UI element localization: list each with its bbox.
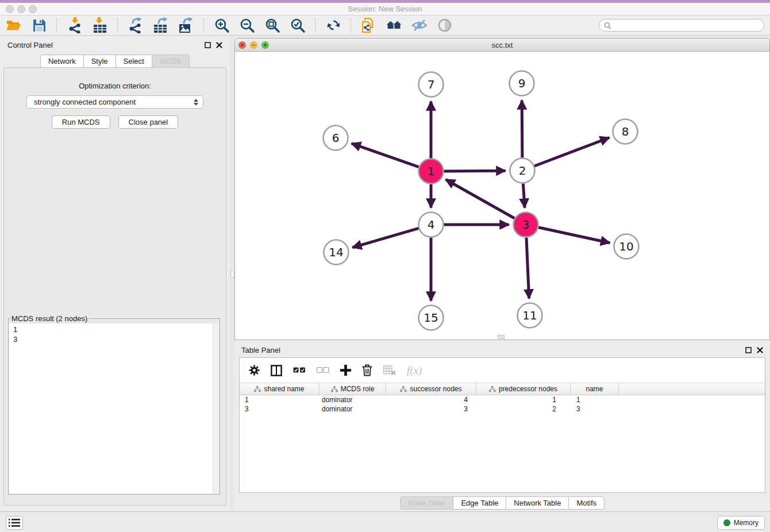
table-row[interactable]: 3dominator323 [240, 404, 765, 414]
graph-edge[interactable] [446, 180, 515, 219]
tab-network-table[interactable]: Network Table [506, 496, 569, 510]
save-session-button[interactable] [31, 17, 47, 33]
tab-network[interactable]: Network [40, 55, 84, 68]
memory-label: Memory [734, 519, 759, 527]
select-stepper-icon [194, 99, 198, 106]
table-cell[interactable]: dominator [319, 405, 386, 413]
mcds-result-list[interactable]: 13 [9, 323, 219, 494]
select-all-button[interactable] [293, 367, 306, 373]
list-icon [9, 518, 20, 527]
criterion-select[interactable]: strongly connected component [26, 95, 203, 109]
column-header-name[interactable]: name [571, 383, 619, 395]
search-box[interactable] [599, 19, 764, 32]
memory-button[interactable]: Memory [717, 516, 765, 530]
tab-mcds[interactable]: MCDS [152, 55, 190, 68]
tab-style[interactable]: Style [83, 55, 116, 68]
graph-node-label: 6 [332, 131, 340, 145]
control-panel-tabs: Network Style Select MCDS [0, 55, 230, 68]
table-row[interactable]: 1dominator411 [240, 395, 765, 404]
tab-motifs[interactable]: Motifs [568, 496, 605, 510]
import-table-button[interactable] [92, 17, 108, 33]
zoom-out-button[interactable] [239, 17, 255, 33]
graph-edge[interactable] [444, 171, 506, 171]
column-header-shared-name[interactable]: shared name [240, 383, 319, 395]
memory-status-icon [723, 519, 730, 526]
network-splitter-handle[interactable] [498, 335, 505, 339]
column-header-mcds-role[interactable]: MCDS role [319, 383, 386, 395]
table-cell[interactable]: 2 [476, 405, 571, 413]
zoom-in-button[interactable] [214, 17, 230, 33]
graph-edge[interactable] [352, 228, 418, 248]
close-table-panel-icon[interactable] [757, 347, 763, 353]
task-history-button[interactable] [6, 516, 23, 530]
close-panel-button[interactable]: Close panel [118, 115, 179, 129]
network-overview-button[interactable] [361, 17, 377, 33]
mcds-result-fieldset: MCDS result (2 nodes) 13 [8, 314, 220, 495]
table-cell[interactable]: 3 [571, 405, 619, 413]
hide-graphics-button[interactable] [411, 17, 428, 33]
home-button[interactable] [386, 17, 402, 33]
add-row-button[interactable] [340, 365, 351, 376]
network-window-titlebar[interactable]: scc.txt [235, 38, 769, 52]
run-mcds-button[interactable]: Run MCDS [52, 115, 110, 129]
search-icon [604, 22, 611, 29]
show-graphics-button[interactable] [437, 17, 453, 33]
zoom-fit-button[interactable] [264, 17, 280, 33]
deselect-all-icon [317, 367, 329, 373]
panel-splitter[interactable] [230, 36, 234, 511]
table-cell[interactable]: 3 [240, 405, 319, 413]
column-header-successor-nodes[interactable]: successor nodes [386, 383, 476, 395]
toolbar-separator [315, 18, 316, 33]
result-scrollbar[interactable] [213, 323, 219, 494]
tab-edge-table[interactable]: Edge Table [453, 496, 506, 510]
table-panel-title: Table Panel [241, 346, 280, 354]
graph-edge[interactable] [526, 238, 529, 299]
import-network-button[interactable] [67, 17, 83, 33]
export-table-button[interactable] [153, 17, 169, 33]
graph-edge[interactable] [522, 101, 522, 158]
app-title: Session: New Session [0, 5, 770, 13]
export-image-button[interactable] [178, 17, 194, 33]
table-cell[interactable]: 4 [386, 396, 476, 404]
network-window: scc.txt 7968124314101511 [234, 38, 770, 340]
tab-select[interactable]: Select [116, 55, 152, 68]
split-view-button[interactable] [271, 365, 282, 376]
network-canvas[interactable]: 7968124314101511 [235, 52, 769, 340]
delete-row-button[interactable] [362, 364, 372, 376]
deselect-all-button[interactable] [317, 367, 329, 373]
gear-icon [249, 365, 260, 376]
tab-node-table[interactable]: Node Table [400, 496, 454, 510]
table-cell[interactable]: 1 [571, 396, 619, 404]
refresh-button[interactable] [325, 17, 341, 33]
float-table-panel-icon[interactable] [745, 347, 752, 353]
close-panel-icon[interactable] [216, 42, 222, 48]
table-cell[interactable]: dominator [319, 396, 386, 404]
export-table-icon [153, 17, 169, 33]
graph-edge[interactable] [538, 228, 610, 243]
splitter-handle[interactable] [230, 270, 234, 278]
graph-edge[interactable] [523, 184, 525, 208]
zoom-selected-button[interactable] [290, 17, 306, 33]
home-icon [386, 20, 402, 31]
criterion-select-value: strongly connected component [34, 98, 136, 106]
column-header-predecessor-nodes[interactable]: predecessor nodes [476, 383, 571, 395]
mcds-result-title: MCDS result (2 nodes) [10, 314, 88, 323]
graph-edge[interactable] [352, 144, 419, 167]
search-input[interactable] [614, 21, 759, 30]
export-network-button[interactable] [128, 17, 144, 33]
network-graph[interactable]: 7968124314101511 [235, 52, 769, 340]
table-cell[interactable]: 1 [240, 396, 319, 404]
table-cell[interactable]: 1 [476, 396, 571, 404]
export-network-icon [128, 17, 143, 33]
node-table-container: f(x) shared name MCDS role successor nod… [239, 357, 765, 493]
graph-node-label: 8 [622, 125, 629, 138]
open-file-button[interactable] [6, 17, 22, 33]
table-panel: Table Panel [234, 342, 770, 511]
float-panel-icon[interactable] [205, 42, 211, 48]
graph-edge[interactable] [534, 138, 609, 167]
table-cell[interactable]: 3 [386, 405, 476, 413]
table-settings-button[interactable] [249, 365, 260, 376]
status-bar: Memory [0, 511, 770, 532]
control-panel-title: Control Panel [7, 41, 53, 49]
graph-node-label: 3 [522, 218, 530, 232]
